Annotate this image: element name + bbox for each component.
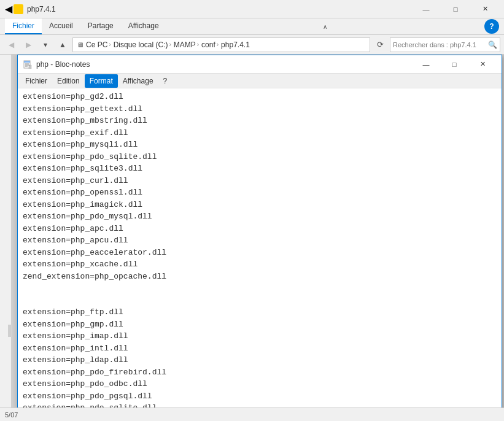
up-btn[interactable]: ▲ xyxy=(55,37,70,52)
svg-rect-1 xyxy=(24,61,30,63)
help-icon[interactable]: ? xyxy=(484,19,499,34)
path-segment-conf: conf › xyxy=(201,41,219,49)
explorer-ribbon: Fichier Accueil Partage Affichage ∧ ? xyxy=(0,18,504,35)
explorer-close-btn[interactable]: ✕ xyxy=(471,0,499,18)
menu-format[interactable]: Format xyxy=(85,74,118,88)
search-input[interactable] xyxy=(393,41,486,48)
content-area: php - Bloc-notes — □ ✕ Fichier Edition F… xyxy=(12,55,504,407)
search-icon: 🔍 xyxy=(488,41,497,49)
notepad-win-controls: — □ ✕ xyxy=(412,55,497,74)
notepad-minimize-btn[interactable]: — xyxy=(412,55,440,74)
path-segment-cepc: Ce PC › xyxy=(86,41,111,49)
address-path[interactable]: 🖥 Ce PC › Disque local (C:) › MAMP › con… xyxy=(72,37,370,52)
ribbon-tab-affichage[interactable]: Affichage xyxy=(121,18,166,34)
explorer-main: php - Bloc-notes — □ ✕ Fichier Edition F… xyxy=(0,55,504,407)
menu-help[interactable]: ? xyxy=(158,74,173,88)
ribbon-collapse-icon[interactable]: ∧ xyxy=(323,23,327,30)
ribbon-tabs: Fichier Accueil Partage Affichage ∧ ? xyxy=(0,18,504,34)
explorer-window: ◀ php7.4.1 — □ ✕ Fichier Accueil Partage… xyxy=(0,0,504,421)
notepad-maximize-btn[interactable]: □ xyxy=(440,55,468,74)
sidebar-line xyxy=(11,55,12,407)
notepad-window: php - Bloc-notes — □ ✕ Fichier Edition F… xyxy=(17,55,502,407)
menu-fichier[interactable]: Fichier xyxy=(20,74,52,88)
explorer-titlebar: ◀ php7.4.1 — □ ✕ xyxy=(0,0,504,18)
menu-affichage[interactable]: Affichage xyxy=(118,74,158,88)
explorer-window-controls: — □ ✕ xyxy=(412,0,499,18)
folder-icon xyxy=(14,4,23,14)
notepad-text-area[interactable]: extension=php_gd2.dll extension=php_gett… xyxy=(18,88,502,407)
path-segment-mamp: MAMP › xyxy=(174,41,199,49)
back-btn[interactable]: ◀ xyxy=(4,37,18,52)
notepad-icon xyxy=(23,60,33,69)
menu-edition[interactable]: Edition xyxy=(52,74,85,88)
path-folder-icon: 🖥 xyxy=(77,41,83,48)
notepad-title-text: php - Bloc-notes xyxy=(36,60,412,69)
notepad-titlebar: php - Bloc-notes — □ ✕ xyxy=(18,55,502,74)
forward-btn[interactable]: ▶ xyxy=(21,37,36,52)
explorer-title-icons: ◀ php7.4.1 xyxy=(5,3,56,15)
explorer-maximize-btn[interactable]: □ xyxy=(441,0,470,18)
ribbon-tab-fichier[interactable]: Fichier xyxy=(5,18,42,34)
sidebar xyxy=(0,55,12,407)
explorer-title-text: php7.4.1 xyxy=(27,5,56,14)
explorer-statusbar: 5/07 xyxy=(0,407,504,421)
explorer-minimize-btn[interactable]: — xyxy=(412,0,440,18)
notepad-content: extension=php_gd2.dll extension=php_gett… xyxy=(18,88,502,407)
ribbon-tab-accueil[interactable]: Accueil xyxy=(42,18,80,34)
sidebar-indicator xyxy=(8,325,12,337)
path-segment-disque: Disque local (C:) › xyxy=(114,41,171,49)
notepad-menubar: Fichier Edition Format Affichage ? xyxy=(18,74,502,88)
down-btn[interactable]: ▾ xyxy=(38,37,53,52)
refresh-btn[interactable]: ⟳ xyxy=(373,37,387,52)
address-bar: ◀ ▶ ▾ ▲ 🖥 Ce PC › Disque local (C:) › MA… xyxy=(0,35,504,55)
status-text: 5/07 xyxy=(5,411,18,419)
ribbon-tab-partage[interactable]: Partage xyxy=(80,18,121,34)
search-box[interactable]: 🔍 xyxy=(390,37,500,52)
path-segment-php741: php7.4.1 xyxy=(221,41,250,49)
notepad-close-btn[interactable]: ✕ xyxy=(468,55,497,74)
